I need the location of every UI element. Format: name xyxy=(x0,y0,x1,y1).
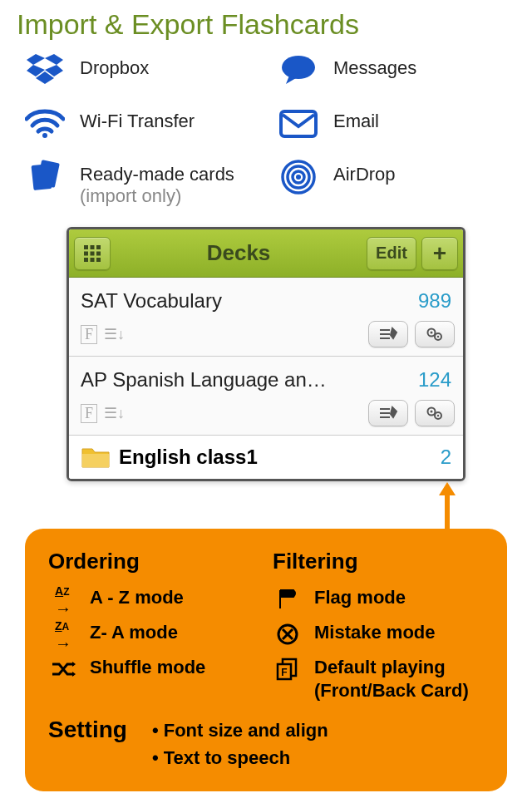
navbar-add-button[interactable]: + xyxy=(421,237,458,270)
service-label: AirDrop xyxy=(333,157,396,185)
messages-icon xyxy=(278,51,318,91)
svg-rect-14 xyxy=(84,245,88,249)
airdrop-icon xyxy=(278,157,318,197)
service-label: Ready-made cards xyxy=(80,157,234,185)
callout-arrow xyxy=(439,482,456,532)
setting-bullet: • Font size and align xyxy=(152,717,328,744)
device-frame: Decks Edit + SAT Vocabulary 989 F ☰↓ AP … xyxy=(66,227,466,481)
filtering-heading: Filtering xyxy=(273,549,484,574)
service-messages: Messages xyxy=(278,51,515,91)
folder-item[interactable]: English class1 2 xyxy=(69,436,463,479)
svg-rect-20 xyxy=(84,258,88,262)
setting-bullet: • Text to speech xyxy=(152,744,328,771)
svg-rect-17 xyxy=(84,251,88,255)
service-label: Email xyxy=(333,104,379,132)
email-icon xyxy=(278,104,318,144)
svg-rect-15 xyxy=(91,245,95,249)
ordering-heading: Ordering xyxy=(48,549,259,574)
dropbox-icon xyxy=(25,51,65,91)
deck-count: 124 xyxy=(418,368,451,392)
deck-settings-button[interactable] xyxy=(415,400,455,426)
service-label: Dropbox xyxy=(80,51,149,79)
svg-marker-0 xyxy=(27,54,45,65)
service-email: Email xyxy=(278,104,515,144)
deck-edit-button[interactable] xyxy=(368,321,408,347)
svg-rect-22 xyxy=(96,258,101,262)
ordering-label: A - Z mode xyxy=(90,586,184,610)
svg-rect-9 xyxy=(281,111,316,136)
service-label: Messages xyxy=(333,51,416,79)
svg-marker-38 xyxy=(72,662,76,667)
deck-indicators: F ☰↓ xyxy=(81,325,125,344)
service-sub: (import only) xyxy=(80,185,234,207)
setting-heading: Setting xyxy=(48,717,127,743)
folder-name: English class1 xyxy=(119,446,441,469)
navbar-edit-button[interactable]: Edit xyxy=(367,237,416,270)
svg-rect-37 xyxy=(82,454,109,467)
page-title: Import & Export Flashcards xyxy=(0,0,532,41)
svg-point-36 xyxy=(437,415,439,416)
callout: Ordering AZ→A - Z mode ZA→Z- A mode Shuf… xyxy=(25,529,507,791)
svg-rect-19 xyxy=(96,251,101,255)
filtering-label: Flag mode xyxy=(314,586,406,610)
svg-point-29 xyxy=(437,336,439,337)
svg-marker-39 xyxy=(72,672,76,677)
navbar-grid-button[interactable] xyxy=(74,237,111,270)
service-wifi: Wi-Fi Transfer xyxy=(25,104,262,144)
svg-rect-21 xyxy=(91,258,95,262)
list-indicator-icon: ☰↓ xyxy=(104,404,125,423)
wifi-icon xyxy=(25,104,65,144)
services-grid: Dropbox Wi-Fi Transfer Ready-made cards … xyxy=(0,41,532,227)
deck-edit-button[interactable] xyxy=(368,400,408,426)
ordering-label: Shuffle mode xyxy=(90,656,205,680)
folder-count: 2 xyxy=(441,446,451,469)
deck-count: 989 xyxy=(418,289,451,313)
service-label: Wi-Fi Transfer xyxy=(80,104,195,132)
svg-rect-16 xyxy=(96,245,101,249)
filtering-label: Mistake mode xyxy=(314,621,436,645)
service-airdrop: AirDrop xyxy=(278,157,515,197)
deck-title: SAT Vocabulary xyxy=(81,289,222,313)
ordering-label: Z- A mode xyxy=(90,621,178,645)
svg-point-34 xyxy=(431,411,433,413)
svg-rect-7 xyxy=(31,164,52,190)
deck-title: AP Spanish Language an… xyxy=(81,368,327,392)
svg-point-8 xyxy=(282,56,315,79)
svg-point-13 xyxy=(296,175,301,180)
folder-icon xyxy=(81,446,111,469)
deck-indicators: F ☰↓ xyxy=(81,404,125,423)
default-playing-icon: F xyxy=(273,656,303,682)
filtering-label: Default playing (Front/Back Card) xyxy=(314,656,484,703)
cards-icon xyxy=(25,157,65,197)
navbar-title: Decks xyxy=(111,240,367,266)
deck-item[interactable]: SAT Vocabulary 989 F ☰↓ xyxy=(69,278,463,357)
svg-point-5 xyxy=(42,133,47,138)
deck-item[interactable]: AP Spanish Language an… 124 F ☰↓ xyxy=(69,357,463,436)
az-icon: AZ→ xyxy=(48,586,78,613)
service-readymade: Ready-made cards (import only) xyxy=(25,157,262,207)
svg-marker-1 xyxy=(45,54,63,65)
navbar: Decks Edit + xyxy=(69,229,463,278)
mistake-icon xyxy=(273,621,303,648)
list-indicator-icon: ☰↓ xyxy=(104,325,125,344)
front-indicator-icon: F xyxy=(81,325,97,344)
svg-rect-18 xyxy=(91,251,95,255)
flag-icon xyxy=(273,586,303,613)
svg-text:F: F xyxy=(281,667,287,678)
za-icon: ZA→ xyxy=(48,621,78,648)
shuffle-icon xyxy=(48,656,78,682)
deck-settings-button[interactable] xyxy=(415,321,455,347)
service-dropbox: Dropbox xyxy=(25,51,262,91)
front-indicator-icon: F xyxy=(81,404,97,423)
svg-point-27 xyxy=(431,332,433,334)
